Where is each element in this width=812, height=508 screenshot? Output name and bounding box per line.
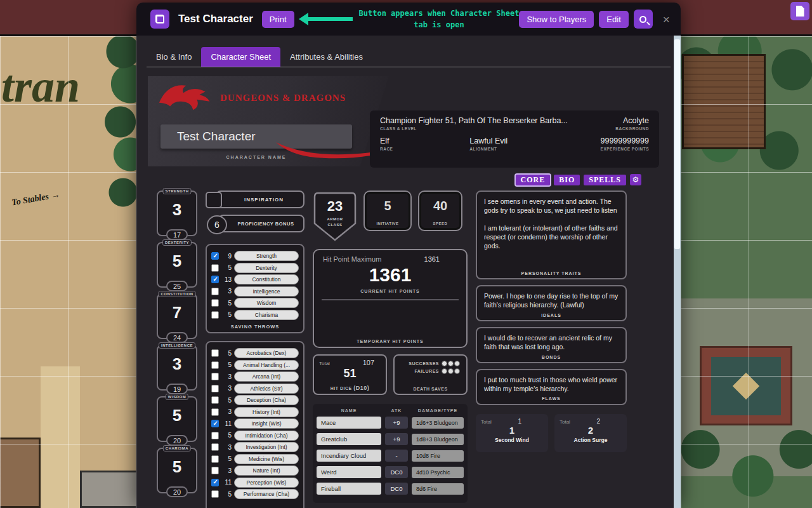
attack-name-pill[interactable]: Fireball [317, 483, 381, 495]
proficiency-checkbox[interactable] [211, 299, 219, 307]
action-surge-box[interactable]: Total 2 2 Action Surge [554, 414, 627, 452]
skill-name-pill[interactable]: Insight (Wis) [234, 418, 299, 429]
badge-core[interactable]: CORE [516, 175, 551, 185]
proficiency-checkbox[interactable] [211, 396, 219, 404]
proficiency-checkbox[interactable] [211, 311, 219, 319]
proficiency-checkbox[interactable] [211, 432, 219, 439]
ability-score[interactable]: 20 [166, 435, 188, 446]
skill-name-pill[interactable]: Perception (Wis) [234, 478, 299, 488]
inspiration-slot[interactable] [206, 192, 222, 208]
attack-bonus-pill[interactable]: - [385, 450, 408, 462]
hit-points-box[interactable]: Hit Point Maximum 1361 1361 CURRENT HIT … [313, 249, 468, 348]
ability-charisma[interactable]: CHARISMA 5 20 [157, 448, 197, 493]
tab-attributes-abilities[interactable]: Attributes & Abilities [280, 47, 372, 67]
proficiency-checkbox[interactable] [211, 443, 219, 451]
skill-name-pill[interactable]: Intimidation (Cha) [234, 431, 299, 441]
show-to-players-button[interactable]: Show to Players [519, 11, 594, 28]
save-name-pill[interactable]: Intelligence [234, 286, 299, 297]
hp-max-value[interactable]: 1361 [424, 255, 440, 263]
attack-bonus-pill[interactable]: DC0 [385, 483, 408, 495]
badge-bio[interactable]: BIO [554, 175, 580, 185]
personality-traits-box[interactable]: I see omens in every event and action. T… [476, 190, 627, 279]
proficiency-checkbox[interactable] [211, 252, 219, 260]
resource-value[interactable]: 2 [560, 425, 622, 436]
ability-score[interactable]: 20 [166, 486, 188, 497]
save-name-pill[interactable]: Dexterity [234, 263, 299, 273]
sheet-panel-button[interactable] [790, 2, 809, 20]
badge-spells[interactable]: SPELLS [584, 175, 626, 185]
current-hp-value[interactable]: 1361 [320, 264, 460, 286]
tab-character-sheet[interactable]: Character Sheet [201, 47, 280, 67]
proficiency-checkbox[interactable] [211, 420, 219, 427]
proficiency-checkbox[interactable] [211, 479, 219, 486]
ability-score[interactable]: 25 [166, 281, 188, 291]
scrollbar-thumb[interactable] [674, 39, 680, 249]
skill-name-pill[interactable]: Medicine (Wis) [234, 454, 299, 464]
attack-bonus-pill[interactable]: +9 [385, 433, 408, 445]
ability-dexterity[interactable]: DEXTERITY 5 25 [157, 242, 197, 288]
attack-name-pill[interactable]: Greatclub [317, 433, 381, 445]
skill-name-pill[interactable]: Athletics (Str) [234, 384, 299, 394]
attack-damage-pill[interactable]: 4d10 Psychic [412, 467, 464, 478]
save-name-pill[interactable]: Charisma [234, 310, 299, 320]
search-button[interactable] [634, 10, 653, 29]
proficiency-checkbox[interactable] [211, 490, 219, 498]
print-button[interactable]: Print [262, 11, 294, 28]
modal-scrollbar[interactable] [674, 36, 681, 508]
initiative-box[interactable]: 5 INITIATIVE [363, 190, 412, 231]
edit-button[interactable]: Edit [599, 11, 628, 28]
save-name-pill[interactable]: Wisdom [234, 298, 299, 308]
proficiency-checkbox[interactable] [211, 361, 219, 369]
skill-name-pill[interactable]: Nature (Int) [234, 465, 299, 476]
attack-bonus-pill[interactable]: +9 [385, 417, 408, 429]
skill-name-pill[interactable]: Investigation (Int) [234, 442, 299, 452]
proficiency-checkbox[interactable] [211, 288, 219, 295]
flaws-box[interactable]: I put too much trust in those who wield … [476, 369, 627, 405]
skill-name-pill[interactable]: Acrobatics (Dex) [234, 348, 299, 358]
ability-score[interactable]: 19 [166, 384, 188, 394]
resource-value[interactable]: 1 [481, 425, 543, 436]
skill-name-pill[interactable]: Performance (Cha) [234, 489, 299, 499]
hit-dice-value[interactable]: 51 [319, 367, 381, 380]
proficiency-checkbox[interactable] [211, 385, 219, 392]
tab-bio-info[interactable]: Bio & Info [147, 47, 201, 67]
close-button[interactable]: × [663, 13, 670, 25]
ability-wisdom[interactable]: WISDOM 5 20 [157, 396, 197, 442]
skill-name-pill[interactable]: Arcana (Int) [234, 371, 299, 382]
copy-character-button[interactable] [150, 10, 169, 29]
proficiency-checkbox[interactable] [211, 264, 219, 272]
death-save-success-dots[interactable] [441, 361, 460, 366]
attack-name-pill[interactable]: Incendiary Cloud [317, 450, 381, 462]
sheet-settings-button[interactable] [630, 174, 641, 185]
attack-damage-pill[interactable]: 10d8 Fire [412, 450, 464, 462]
ability-score[interactable]: 17 [166, 229, 188, 240]
speed-box[interactable]: 40 SPEED [418, 190, 462, 231]
skill-name-pill[interactable]: Deception (Cha) [234, 395, 299, 405]
hit-dice-box[interactable]: Total 107 51 HIT DICE (D10) [313, 354, 387, 395]
death-save-failure-dots[interactable] [441, 368, 460, 374]
ability-constitution[interactable]: CONSTITUTION 7 24 [157, 293, 197, 339]
attack-bonus-pill[interactable]: DC0 [385, 466, 408, 478]
proficiency-value[interactable]: 6 [207, 215, 227, 234]
skill-name-pill[interactable]: History (Int) [234, 407, 299, 417]
ability-score[interactable]: 24 [166, 332, 188, 343]
armor-class-box[interactable]: 23 ARMOR CLASS [313, 190, 357, 243]
proficiency-checkbox[interactable] [211, 408, 219, 416]
second-wind-box[interactable]: Total 1 1 Second Wind [476, 414, 548, 452]
attack-damage-pill[interactable]: 1d6+3 Bludgeon [412, 417, 464, 429]
ability-intelligence[interactable]: INTELLIGENCE 3 19 [157, 345, 197, 391]
ability-strength[interactable]: STRENGTH 3 17 [157, 190, 197, 236]
bonds-box[interactable]: I would die to recover an ancient relic … [476, 327, 627, 363]
proficiency-checkbox[interactable] [211, 455, 219, 463]
proficiency-checkbox[interactable] [211, 373, 219, 380]
attack-damage-pill[interactable]: 1d8+3 Bludgeon [412, 434, 464, 445]
proficiency-checkbox[interactable] [211, 467, 219, 474]
save-name-pill[interactable]: Strength [234, 251, 299, 261]
proficiency-checkbox[interactable] [211, 349, 219, 357]
skill-name-pill[interactable]: Animal Handling (... [234, 360, 299, 370]
attack-name-pill[interactable]: Weird [317, 466, 381, 478]
save-name-pill[interactable]: Constitution [234, 274, 299, 284]
attack-name-pill[interactable]: Mace [317, 417, 381, 429]
proficiency-checkbox[interactable] [211, 276, 219, 283]
ideals-box[interactable]: Power. I hope to one day rise to the top… [476, 285, 627, 321]
